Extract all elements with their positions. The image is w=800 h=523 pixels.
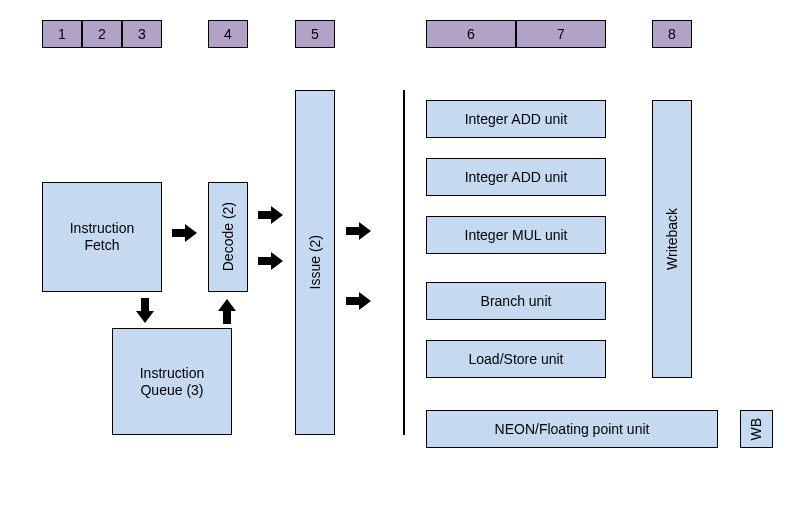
block-label: Instruction Queue (3)	[140, 365, 205, 399]
wb-block: WB	[740, 410, 773, 448]
stage-label: 3	[138, 26, 146, 42]
integer-add-unit-1-block: Integer ADD unit	[426, 100, 606, 138]
stage-7: 7	[516, 20, 606, 48]
instruction-fetch-block: Instruction Fetch	[42, 182, 162, 292]
branch-unit-block: Branch unit	[426, 282, 606, 320]
stage-5: 5	[295, 20, 335, 48]
stage-label: 8	[668, 26, 676, 42]
integer-mul-unit-block: Integer MUL unit	[426, 216, 606, 254]
stage-label: 4	[224, 26, 232, 42]
stage-2: 2	[82, 20, 122, 48]
stage-label: 5	[311, 26, 319, 42]
block-label: Integer ADD unit	[465, 169, 568, 186]
stage-8: 8	[652, 20, 692, 48]
block-label: Instruction Fetch	[70, 220, 135, 254]
block-label: NEON/Floating point unit	[495, 421, 650, 438]
writeback-block: Writeback	[652, 100, 692, 378]
block-label: Decode (2)	[220, 202, 237, 271]
instruction-queue-block: Instruction Queue (3)	[112, 328, 232, 435]
stage-1: 1	[42, 20, 82, 48]
arrow-icon	[258, 252, 284, 270]
stage-label: 7	[557, 26, 565, 42]
stage-label: 2	[98, 26, 106, 42]
arrow-icon	[218, 298, 236, 324]
block-label: Integer MUL unit	[465, 227, 568, 244]
stage-label: 6	[467, 26, 475, 42]
decode-block: Decode (2)	[208, 182, 248, 292]
block-label: Branch unit	[481, 293, 552, 310]
block-label: Load/Store unit	[469, 351, 564, 368]
stage-4: 4	[208, 20, 248, 48]
block-label: Issue (2)	[307, 235, 324, 289]
arrow-icon	[258, 206, 284, 224]
block-label: Writeback	[664, 208, 681, 270]
block-label: Integer ADD unit	[465, 111, 568, 128]
stage-3: 3	[122, 20, 162, 48]
neon-fp-unit-block: NEON/Floating point unit	[426, 410, 718, 448]
arrow-icon	[346, 222, 372, 240]
load-store-unit-block: Load/Store unit	[426, 340, 606, 378]
integer-add-unit-2-block: Integer ADD unit	[426, 158, 606, 196]
divider-line	[403, 90, 405, 435]
stage-6: 6	[426, 20, 516, 48]
arrow-icon	[172, 224, 198, 242]
block-label: WB	[748, 418, 765, 441]
arrow-icon	[136, 298, 154, 324]
arrow-icon	[346, 292, 372, 310]
stage-label: 1	[58, 26, 66, 42]
issue-block: Issue (2)	[295, 90, 335, 435]
